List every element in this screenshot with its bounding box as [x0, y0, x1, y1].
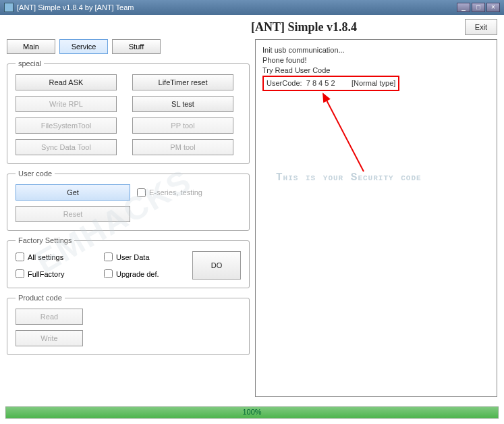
sl-test-button[interactable]: SL test: [132, 96, 233, 112]
write-rpl-button[interactable]: Write RPL: [16, 96, 117, 112]
full-factory-row[interactable]: FullFactory: [16, 269, 97, 278]
usercode-type: [Normal type]: [352, 79, 395, 87]
progress-fill: 100%: [6, 407, 498, 418]
minimize-button[interactable]: _: [457, 3, 470, 12]
eseries-checkbox-row[interactable]: E-series, testing: [137, 188, 202, 197]
svg-line-0: [323, 94, 364, 171]
tab-service[interactable]: Service: [59, 39, 108, 54]
product-read-button[interactable]: Read: [16, 309, 83, 325]
full-factory-checkbox[interactable]: [16, 269, 24, 278]
usercode-label: UserCode:: [267, 79, 302, 87]
product-code-group: Product code Read Write: [7, 294, 250, 355]
log-panel: Init usb communication... Phone found! T…: [255, 39, 497, 397]
maximize-button[interactable]: □: [472, 3, 485, 12]
log-line-2: Phone found!: [262, 55, 490, 65]
exit-button[interactable]: Exit: [465, 19, 497, 35]
left-panel: Main Service Stuff special Read ASK Life…: [7, 39, 250, 397]
factory-group: Factory Settings All settings User Data …: [7, 236, 250, 288]
full-factory-label: FullFactory: [28, 270, 64, 278]
tab-strip: Main Service Stuff: [7, 39, 250, 54]
log-text: Init usb communication... Phone found! T…: [262, 45, 490, 91]
upgrade-def-checkbox[interactable]: [104, 269, 113, 278]
usercode-highlight: UserCode: 7 8 4 5 2 [Normal type]: [262, 76, 399, 91]
annotation-arrow-icon: [316, 90, 377, 178]
do-button[interactable]: DO: [192, 251, 241, 280]
app-icon: [4, 3, 13, 12]
user-data-checkbox[interactable]: [104, 253, 113, 261]
upgrade-def-row[interactable]: Upgrade def.: [104, 269, 186, 278]
get-button[interactable]: Get: [16, 184, 130, 201]
log-line-3: Try Read User Code: [262, 65, 490, 76]
window-title: [ANT] Simple v1.8.4 by [ANT] Team: [17, 3, 455, 11]
user-data-label: User Data: [116, 253, 150, 261]
filesystemtool-button[interactable]: FileSystemTool: [16, 117, 117, 134]
lifetimer-reset-button[interactable]: LifeTimer reset: [132, 74, 233, 90]
app-title: [ANT] Simple v1.8.4: [251, 20, 357, 34]
tab-main[interactable]: Main: [7, 39, 55, 54]
progress-text: 100%: [242, 408, 261, 416]
special-group: special Read ASK LifeTimer reset Write R…: [7, 59, 250, 164]
usercode-group: User code Get E-series, testing Reset: [7, 169, 250, 231]
factory-legend: Factory Settings: [16, 236, 74, 244]
eseries-label: E-series, testing: [149, 188, 202, 196]
user-data-row[interactable]: User Data: [104, 253, 186, 261]
pp-tool-button[interactable]: PP tool: [132, 117, 233, 134]
product-write-button[interactable]: Write: [16, 330, 83, 346]
usercode-value: 7 8 4 5 2: [306, 79, 335, 87]
read-ask-button[interactable]: Read ASK: [16, 74, 117, 90]
title-bar: [ANT] Simple v1.8.4 by [ANT] Team _ □ ×: [0, 0, 504, 15]
all-settings-checkbox[interactable]: [16, 253, 24, 261]
all-settings-row[interactable]: All settings: [16, 253, 97, 261]
usercode-legend: User code: [16, 169, 55, 178]
reset-button[interactable]: Reset: [16, 206, 130, 222]
eseries-checkbox[interactable]: [137, 188, 146, 197]
annotation-text: This is your Security code: [276, 171, 422, 184]
tab-stuff[interactable]: Stuff: [112, 39, 161, 54]
all-settings-label: All settings: [28, 253, 63, 261]
progress-bar: 100%: [5, 406, 499, 419]
product-code-legend: Product code: [16, 294, 65, 302]
log-line-1: Init usb communication...: [262, 45, 490, 55]
upgrade-def-label: Upgrade def.: [116, 270, 159, 278]
sync-data-tool-button[interactable]: Sync Data Tool: [16, 139, 117, 155]
special-legend: special: [16, 59, 44, 68]
pm-tool-button[interactable]: PM tool: [132, 139, 233, 155]
close-button[interactable]: ×: [486, 3, 500, 12]
